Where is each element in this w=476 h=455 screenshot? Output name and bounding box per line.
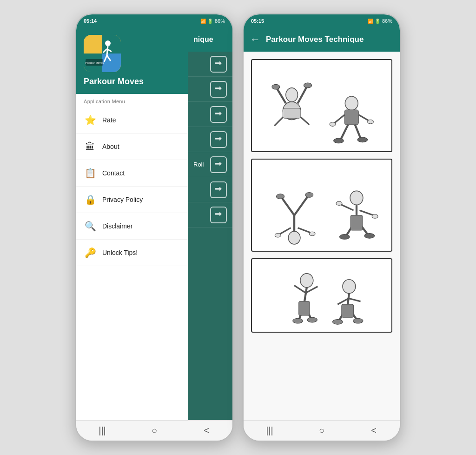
svg-point-52 <box>300 274 313 288</box>
svg-rect-3 <box>102 54 121 72</box>
status-battery-right: 📶 🔋 86% <box>368 18 392 24</box>
drawer-header: Parkour Moves Parkour Moves <box>76 27 188 94</box>
app-icon-svg: Parkour Moves <box>84 35 121 72</box>
svg-point-21 <box>345 96 358 110</box>
svg-line-14 <box>277 88 286 103</box>
nav-arrow-3[interactable]: ⮕ <box>210 106 227 123</box>
nav-arrow-1[interactable]: ⮕ <box>210 56 227 73</box>
rate-icon: ⭐ <box>84 114 97 127</box>
svg-point-39 <box>275 233 281 237</box>
main-row-7: ⮕ <box>188 202 232 228</box>
nav-arrow-4[interactable]: ⮕ <box>210 131 227 148</box>
svg-line-5 <box>107 46 108 55</box>
svg-line-15 <box>298 87 307 103</box>
svg-point-49 <box>336 201 342 205</box>
svg-line-53 <box>304 288 307 303</box>
svg-point-26 <box>357 137 367 142</box>
svg-point-29 <box>330 122 336 126</box>
svg-point-16 <box>272 84 280 89</box>
svg-line-24 <box>355 125 361 138</box>
svg-line-33 <box>282 198 294 215</box>
svg-point-13 <box>286 87 298 101</box>
menu-item-disclaimer-label: Disclaimer <box>102 222 132 230</box>
drawer-overlay: Parkour Moves Parkour Moves Application … <box>76 27 232 420</box>
main-row-4: ⮕ <box>188 127 232 152</box>
svg-point-40 <box>309 232 315 236</box>
svg-line-48 <box>359 210 373 215</box>
nav-arrow-5[interactable]: ⮕ <box>210 156 227 173</box>
svg-point-35 <box>277 194 284 199</box>
menu-section-label: Application Menu <box>76 94 188 107</box>
status-bar-right: 05:15 📶 🔋 86% <box>244 14 400 27</box>
top-bar-title: Parkour Moves Technique <box>266 35 364 44</box>
nav-bar-left: ||| ○ < <box>76 420 232 441</box>
status-bar-left: 05:14 📶 🔋 86% <box>76 14 232 27</box>
main-row-2: ⮕ <box>188 77 232 102</box>
nav-btn-back-left[interactable]: < <box>192 421 220 441</box>
right-phone: 05:15 📶 🔋 86% ← Parkour Moves Technique <box>243 13 401 442</box>
svg-line-38 <box>298 228 311 233</box>
technique-svg-3 <box>252 261 391 330</box>
svg-line-64 <box>349 298 361 301</box>
svg-point-41 <box>350 191 363 205</box>
app-title: Parkour Moves <box>84 77 144 87</box>
menu-item-disclaimer[interactable]: 🔍 Disclaimer <box>76 213 188 240</box>
menu-item-contact-label: Contact <box>102 169 125 177</box>
svg-point-68 <box>353 318 363 323</box>
svg-rect-60 <box>299 301 310 315</box>
svg-rect-20 <box>283 108 301 118</box>
svg-line-47 <box>341 204 354 210</box>
about-icon: 🏛 <box>84 140 97 153</box>
status-battery-left: 📶 🔋 86% <box>200 18 225 24</box>
nav-arrow-7[interactable]: ⮕ <box>210 207 227 223</box>
svg-rect-22 <box>344 110 358 125</box>
main-top-bar-title: nique <box>193 35 213 44</box>
nav-btn-home-left[interactable]: ○ <box>140 421 168 441</box>
svg-point-4 <box>105 40 111 46</box>
svg-rect-0 <box>84 35 102 54</box>
main-row-1: ⮕ <box>188 52 232 77</box>
menu-item-about[interactable]: 🏛 About <box>76 134 188 160</box>
nav-btn-menu-right[interactable]: ||| <box>256 421 284 441</box>
svg-rect-51 <box>350 215 363 230</box>
menu-item-about-label: About <box>102 143 119 150</box>
privacy-icon: 🔒 <box>84 193 97 206</box>
unlock-icon: 🔑 <box>84 246 97 259</box>
nav-arrow-6[interactable]: ⮕ <box>210 181 227 198</box>
main-row-6: ⮕ <box>188 177 232 202</box>
svg-point-50 <box>372 214 378 218</box>
back-button[interactable]: ← <box>250 33 260 46</box>
status-time-left: 05:14 <box>84 18 97 24</box>
status-time-right: 05:15 <box>251 18 264 24</box>
technique-image-1 <box>251 59 392 152</box>
menu-item-unlock-label: Unlock Tips! <box>102 249 138 256</box>
main-top-bar: nique <box>188 27 232 52</box>
contact-icon: 📋 <box>84 167 97 180</box>
technique-svg-1 <box>252 61 391 151</box>
svg-point-17 <box>304 83 311 88</box>
technique-content <box>244 52 400 420</box>
svg-point-25 <box>334 138 344 143</box>
svg-point-45 <box>340 234 350 239</box>
drawer-menu: Parkour Moves Parkour Moves Application … <box>76 27 188 420</box>
svg-line-23 <box>341 125 348 140</box>
nav-btn-home-right[interactable]: ○ <box>308 421 336 441</box>
technique-image-2 <box>251 159 392 252</box>
svg-point-59 <box>307 317 317 322</box>
svg-point-61 <box>343 280 356 294</box>
nav-btn-menu-left[interactable]: ||| <box>88 421 116 441</box>
svg-point-31 <box>288 231 300 244</box>
svg-point-67 <box>333 319 343 324</box>
menu-item-contact[interactable]: 📋 Contact <box>76 160 188 187</box>
nav-btn-back-right[interactable]: < <box>360 421 388 441</box>
app-icon: Parkour Moves <box>84 35 121 72</box>
svg-point-30 <box>368 120 374 124</box>
menu-item-rate[interactable]: ⭐ Rate <box>76 107 188 134</box>
nav-arrow-2[interactable]: ⮕ <box>210 81 227 98</box>
disclaimer-icon: 🔍 <box>84 220 97 233</box>
svg-line-34 <box>294 196 308 215</box>
svg-line-28 <box>358 114 369 120</box>
menu-item-unlock[interactable]: 🔑 Unlock Tips! <box>76 240 188 266</box>
technique-image-3 <box>251 258 392 333</box>
menu-item-privacy[interactable]: 🔒 Privacy Policy <box>76 187 188 213</box>
